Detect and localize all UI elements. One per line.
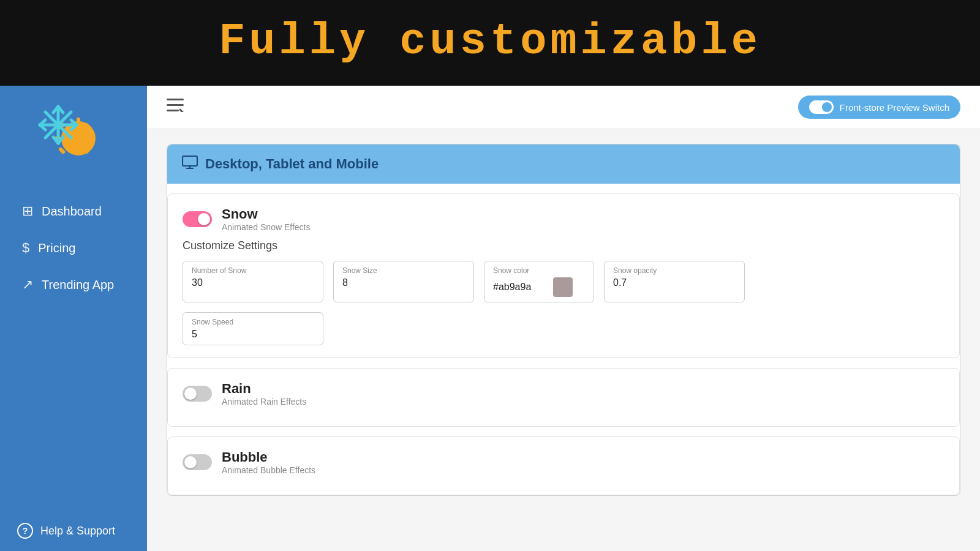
snow-effect-header: Snow Animated Snow Effects (183, 206, 944, 232)
svg-line-24 (180, 110, 184, 112)
number-of-snow-input[interactable] (192, 277, 314, 288)
bubble-title: Bubble (222, 449, 315, 465)
sidebar-item-pricing[interactable]: $ Pricing (5, 230, 142, 266)
rain-effect-info: Rain Animated Rain Effects (222, 381, 306, 407)
svg-rect-4 (80, 137, 87, 140)
svg-rect-22 (167, 104, 184, 106)
snow-title: Snow (222, 206, 310, 222)
snow-effect-card: Snow Animated Snow Effects Customize Set… (167, 193, 960, 358)
bubble-effect-card: Bubble Animated Bubble Effects (167, 437, 960, 495)
snow-color-swatch[interactable] (553, 277, 573, 297)
rain-toggle[interactable] (183, 386, 212, 402)
menu-icon[interactable] (167, 99, 184, 116)
help-icon: ? (17, 523, 33, 539)
section-wrapper: Desktop, Tablet and Mobile Snow Animated… (167, 144, 960, 496)
snow-size-label: Snow Size (342, 266, 465, 275)
snow-color-label: Snow color (493, 266, 585, 275)
svg-rect-25 (183, 156, 197, 166)
settings-grid-row1: Number of Snow Snow Size (183, 261, 944, 302)
top-banner: Fully customizable (0, 0, 980, 86)
content-area: Front-store Preview Switch Desktop, Tabl… (147, 86, 980, 551)
preview-switch[interactable]: Front-store Preview Switch (798, 96, 960, 119)
snow-color-field: Snow color (484, 261, 594, 302)
snow-opacity-field: Snow opacity (604, 261, 745, 302)
settings-grid-row2: Snow Speed (183, 312, 944, 345)
preview-toggle[interactable] (809, 100, 834, 114)
svg-rect-23 (167, 110, 179, 111)
bubble-subtitle: Animated Bubble Effects (222, 465, 315, 475)
snow-effect-info: Snow Animated Snow Effects (222, 206, 310, 232)
rain-subtitle: Animated Rain Effects (222, 397, 306, 407)
snow-toggle[interactable] (183, 211, 212, 227)
snow-color-inner (493, 277, 585, 297)
section-title: Desktop, Tablet and Mobile (205, 156, 379, 172)
snow-speed-field: Snow Speed (183, 312, 323, 345)
sidebar-item-dashboard-label: Dashboard (42, 204, 102, 219)
svg-rect-21 (167, 99, 184, 100)
sidebar-nav: ⊞ Dashboard $ Pricing ↗ Trending App (0, 192, 147, 511)
snow-size-field: Snow Size (333, 261, 474, 302)
sidebar-bottom: ? Help & Support (0, 511, 147, 551)
monitor-icon (182, 156, 198, 173)
bubble-effect-info: Bubble Animated Bubble Effects (222, 449, 315, 475)
dashboard-icon: ⊞ (22, 203, 33, 219)
sidebar-item-pricing-label: Pricing (38, 241, 75, 255)
section-body: Snow Animated Snow Effects Customize Set… (167, 193, 960, 495)
section-header: Desktop, Tablet and Mobile (167, 144, 960, 184)
snow-color-input[interactable] (493, 282, 548, 293)
customize-label: Customize Settings (183, 239, 944, 252)
sidebar: ⊞ Dashboard $ Pricing ↗ Trending App ? H… (0, 86, 147, 551)
snow-opacity-label: Snow opacity (613, 266, 736, 275)
bubble-effect-header: Bubble Animated Bubble Effects (183, 449, 944, 475)
rain-effect-card: Rain Animated Rain Effects (167, 368, 960, 427)
bubble-toggle[interactable] (183, 454, 212, 470)
rain-title: Rain (222, 381, 306, 397)
sidebar-item-dashboard[interactable]: ⊞ Dashboard (5, 193, 142, 229)
content-body: Desktop, Tablet and Mobile Snow Animated… (147, 129, 980, 511)
help-support-item[interactable]: ? Help & Support (17, 523, 130, 539)
sidebar-item-trending-label: Trending App (42, 278, 114, 292)
banner-text: Fully customizable (219, 17, 761, 67)
snow-size-input[interactable] (342, 277, 465, 288)
rain-effect-header: Rain Animated Rain Effects (183, 381, 944, 407)
sidebar-item-trending[interactable]: ↗ Trending App (5, 267, 142, 302)
number-of-snow-field: Number of Snow (183, 261, 323, 302)
snow-speed-input[interactable] (192, 329, 314, 340)
help-label: Help & Support (40, 525, 115, 538)
customize-settings: Customize Settings Number of Snow Snow S… (183, 239, 944, 345)
app-logo (37, 100, 110, 174)
content-header: Front-store Preview Switch (147, 86, 980, 129)
pricing-icon: $ (22, 240, 29, 256)
number-of-snow-label: Number of Snow (192, 266, 314, 275)
trending-icon: ↗ (22, 277, 33, 293)
snow-subtitle: Animated Snow Effects (222, 222, 310, 232)
snow-speed-label: Snow Speed (192, 318, 314, 326)
preview-switch-label: Front-store Preview Switch (840, 102, 949, 113)
snow-opacity-input[interactable] (613, 277, 736, 288)
